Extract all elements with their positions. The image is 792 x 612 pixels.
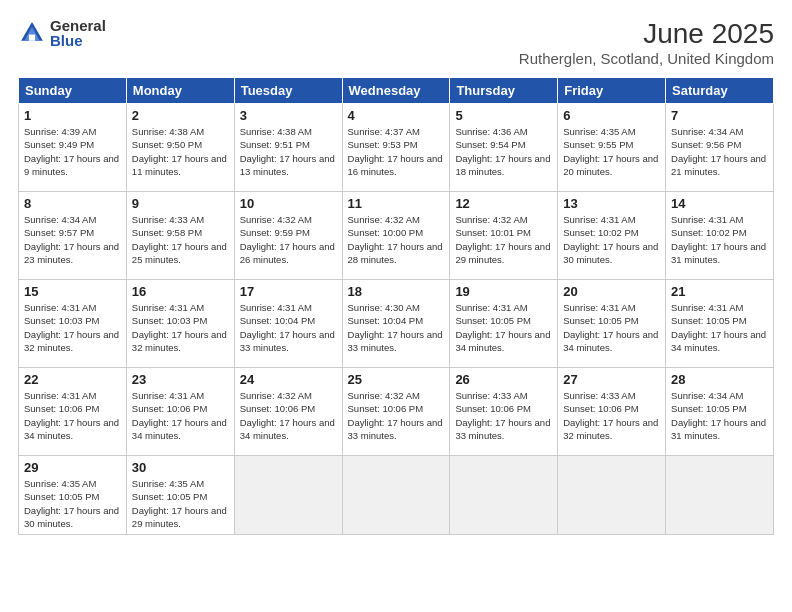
weekday-header-sunday: Sunday: [19, 78, 127, 104]
calendar-cell: 16Sunrise: 4:31 AMSunset: 10:03 PMDaylig…: [126, 280, 234, 368]
day-info: Sunrise: 4:31 AMSunset: 10:03 PMDaylight…: [132, 301, 229, 354]
weekday-header-friday: Friday: [558, 78, 666, 104]
day-info: Sunrise: 4:39 AMSunset: 9:49 PMDaylight:…: [24, 125, 121, 178]
calendar-cell: 19Sunrise: 4:31 AMSunset: 10:05 PMDaylig…: [450, 280, 558, 368]
day-info: Sunrise: 4:34 AMSunset: 10:05 PMDaylight…: [671, 389, 768, 442]
calendar-cell: 23Sunrise: 4:31 AMSunset: 10:06 PMDaylig…: [126, 368, 234, 456]
day-info: Sunrise: 4:31 AMSunset: 10:02 PMDaylight…: [671, 213, 768, 266]
day-number: 18: [348, 284, 445, 299]
calendar-cell: 6Sunrise: 4:35 AMSunset: 9:55 PMDaylight…: [558, 104, 666, 192]
day-info: Sunrise: 4:36 AMSunset: 9:54 PMDaylight:…: [455, 125, 552, 178]
day-number: 5: [455, 108, 552, 123]
calendar-cell: 26Sunrise: 4:33 AMSunset: 10:06 PMDaylig…: [450, 368, 558, 456]
calendar-cell: 14Sunrise: 4:31 AMSunset: 10:02 PMDaylig…: [666, 192, 774, 280]
weekday-header-wednesday: Wednesday: [342, 78, 450, 104]
svg-rect-2: [29, 35, 35, 41]
day-number: 1: [24, 108, 121, 123]
day-number: 7: [671, 108, 768, 123]
day-info: Sunrise: 4:31 AMSunset: 10:06 PMDaylight…: [132, 389, 229, 442]
day-number: 14: [671, 196, 768, 211]
day-info: Sunrise: 4:35 AMSunset: 10:05 PMDaylight…: [132, 477, 229, 530]
week-row-3: 15Sunrise: 4:31 AMSunset: 10:03 PMDaylig…: [19, 280, 774, 368]
calendar-cell: [234, 456, 342, 535]
calendar-cell: 11Sunrise: 4:32 AMSunset: 10:00 PMDaylig…: [342, 192, 450, 280]
calendar-cell: 22Sunrise: 4:31 AMSunset: 10:06 PMDaylig…: [19, 368, 127, 456]
calendar-cell: 5Sunrise: 4:36 AMSunset: 9:54 PMDaylight…: [450, 104, 558, 192]
calendar-cell: 10Sunrise: 4:32 AMSunset: 9:59 PMDayligh…: [234, 192, 342, 280]
title-block: June 2025 Rutherglen, Scotland, United K…: [519, 18, 774, 67]
calendar-cell: 15Sunrise: 4:31 AMSunset: 10:03 PMDaylig…: [19, 280, 127, 368]
calendar-cell: 28Sunrise: 4:34 AMSunset: 10:05 PMDaylig…: [666, 368, 774, 456]
day-number: 21: [671, 284, 768, 299]
calendar-subtitle: Rutherglen, Scotland, United Kingdom: [519, 50, 774, 67]
calendar-cell: 27Sunrise: 4:33 AMSunset: 10:06 PMDaylig…: [558, 368, 666, 456]
day-number: 3: [240, 108, 337, 123]
day-number: 27: [563, 372, 660, 387]
day-info: Sunrise: 4:31 AMSunset: 10:06 PMDaylight…: [24, 389, 121, 442]
day-number: 6: [563, 108, 660, 123]
calendar-cell: 13Sunrise: 4:31 AMSunset: 10:02 PMDaylig…: [558, 192, 666, 280]
calendar-cell: 12Sunrise: 4:32 AMSunset: 10:01 PMDaylig…: [450, 192, 558, 280]
day-number: 22: [24, 372, 121, 387]
day-number: 20: [563, 284, 660, 299]
week-row-2: 8Sunrise: 4:34 AMSunset: 9:57 PMDaylight…: [19, 192, 774, 280]
day-number: 13: [563, 196, 660, 211]
weekday-header-monday: Monday: [126, 78, 234, 104]
calendar-cell: 18Sunrise: 4:30 AMSunset: 10:04 PMDaylig…: [342, 280, 450, 368]
week-row-1: 1Sunrise: 4:39 AMSunset: 9:49 PMDaylight…: [19, 104, 774, 192]
day-info: Sunrise: 4:35 AMSunset: 10:05 PMDaylight…: [24, 477, 121, 530]
day-number: 19: [455, 284, 552, 299]
day-number: 11: [348, 196, 445, 211]
calendar-cell: 24Sunrise: 4:32 AMSunset: 10:06 PMDaylig…: [234, 368, 342, 456]
logo: General Blue: [18, 18, 106, 48]
calendar-cell: 9Sunrise: 4:33 AMSunset: 9:58 PMDaylight…: [126, 192, 234, 280]
calendar-cell: [666, 456, 774, 535]
day-number: 29: [24, 460, 121, 475]
weekday-header-saturday: Saturday: [666, 78, 774, 104]
day-info: Sunrise: 4:38 AMSunset: 9:50 PMDaylight:…: [132, 125, 229, 178]
calendar-cell: [558, 456, 666, 535]
day-number: 24: [240, 372, 337, 387]
logo-icon: [18, 19, 46, 47]
week-row-5: 29Sunrise: 4:35 AMSunset: 10:05 PMDaylig…: [19, 456, 774, 535]
logo-general: General: [50, 18, 106, 33]
day-info: Sunrise: 4:32 AMSunset: 10:06 PMDaylight…: [240, 389, 337, 442]
day-number: 8: [24, 196, 121, 211]
calendar-cell: 17Sunrise: 4:31 AMSunset: 10:04 PMDaylig…: [234, 280, 342, 368]
calendar-cell: 2Sunrise: 4:38 AMSunset: 9:50 PMDaylight…: [126, 104, 234, 192]
day-info: Sunrise: 4:31 AMSunset: 10:03 PMDaylight…: [24, 301, 121, 354]
logo-blue: Blue: [50, 33, 106, 48]
calendar-cell: 3Sunrise: 4:38 AMSunset: 9:51 PMDaylight…: [234, 104, 342, 192]
day-info: Sunrise: 4:34 AMSunset: 9:56 PMDaylight:…: [671, 125, 768, 178]
day-info: Sunrise: 4:32 AMSunset: 9:59 PMDaylight:…: [240, 213, 337, 266]
day-info: Sunrise: 4:33 AMSunset: 10:06 PMDaylight…: [455, 389, 552, 442]
calendar-cell: [342, 456, 450, 535]
calendar-cell: 30Sunrise: 4:35 AMSunset: 10:05 PMDaylig…: [126, 456, 234, 535]
calendar-title: June 2025: [519, 18, 774, 50]
day-number: 4: [348, 108, 445, 123]
day-number: 28: [671, 372, 768, 387]
day-number: 9: [132, 196, 229, 211]
calendar-cell: [450, 456, 558, 535]
day-number: 10: [240, 196, 337, 211]
calendar-cell: 1Sunrise: 4:39 AMSunset: 9:49 PMDaylight…: [19, 104, 127, 192]
day-number: 2: [132, 108, 229, 123]
day-info: Sunrise: 4:37 AMSunset: 9:53 PMDaylight:…: [348, 125, 445, 178]
day-info: Sunrise: 4:31 AMSunset: 10:02 PMDaylight…: [563, 213, 660, 266]
day-info: Sunrise: 4:32 AMSunset: 10:06 PMDaylight…: [348, 389, 445, 442]
day-number: 23: [132, 372, 229, 387]
weekday-header-tuesday: Tuesday: [234, 78, 342, 104]
day-info: Sunrise: 4:34 AMSunset: 9:57 PMDaylight:…: [24, 213, 121, 266]
day-info: Sunrise: 4:35 AMSunset: 9:55 PMDaylight:…: [563, 125, 660, 178]
day-info: Sunrise: 4:32 AMSunset: 10:01 PMDaylight…: [455, 213, 552, 266]
day-number: 26: [455, 372, 552, 387]
calendar-cell: 4Sunrise: 4:37 AMSunset: 9:53 PMDaylight…: [342, 104, 450, 192]
calendar-cell: 7Sunrise: 4:34 AMSunset: 9:56 PMDaylight…: [666, 104, 774, 192]
day-number: 25: [348, 372, 445, 387]
calendar-cell: 8Sunrise: 4:34 AMSunset: 9:57 PMDaylight…: [19, 192, 127, 280]
calendar-cell: 21Sunrise: 4:31 AMSunset: 10:05 PMDaylig…: [666, 280, 774, 368]
weekday-header-thursday: Thursday: [450, 78, 558, 104]
day-info: Sunrise: 4:31 AMSunset: 10:05 PMDaylight…: [455, 301, 552, 354]
day-info: Sunrise: 4:31 AMSunset: 10:05 PMDaylight…: [563, 301, 660, 354]
calendar-cell: 29Sunrise: 4:35 AMSunset: 10:05 PMDaylig…: [19, 456, 127, 535]
